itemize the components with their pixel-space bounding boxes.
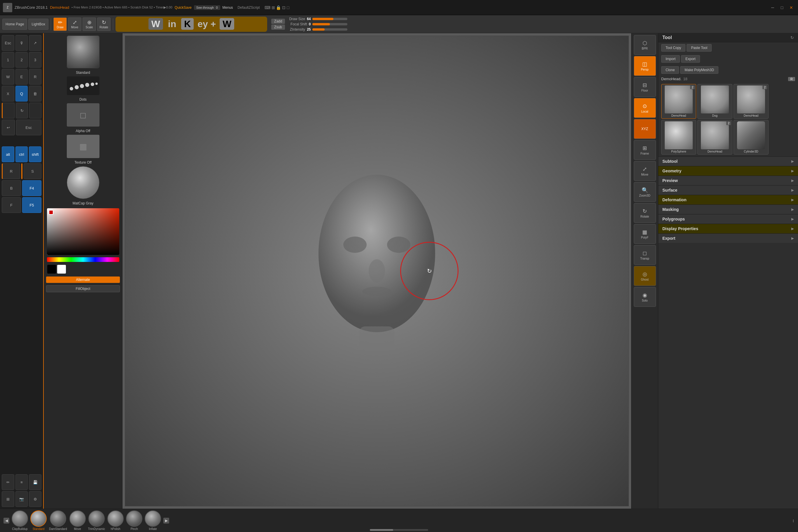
tool-refresh-btn[interactable]: ↻ <box>791 35 794 40</box>
zoom3d-btn[interactable]: 🔍 Zoom3D <box>634 182 656 202</box>
key-menu[interactable]: ≡ <box>16 474 28 490</box>
key-3[interactable]: 3 <box>29 52 41 68</box>
key-instagram[interactable]: 📷 <box>16 491 28 507</box>
draw-size-slider[interactable] <box>312 18 347 20</box>
rotate3d-btn[interactable]: ↻ Rotate <box>634 203 656 223</box>
subtool-polysphere[interactable]: PolySphere <box>661 120 696 155</box>
transp-btn[interactable]: ◻ Transp <box>634 245 656 265</box>
rotate-mode-btn[interactable]: ↻ Rotate <box>97 18 111 31</box>
subtool-cylinder[interactable]: Cylinder3D <box>734 120 768 155</box>
key-f4[interactable]: F4 <box>22 180 41 196</box>
key-w[interactable]: W <box>2 69 14 84</box>
swatch-white[interactable] <box>57 265 66 273</box>
alpha-off-preview[interactable]: ◻ <box>67 103 99 127</box>
subtool-demohead-1[interactable]: 2 DemoHead <box>661 84 696 119</box>
lightbox-btn[interactable]: LightBox <box>28 19 49 30</box>
standard-brush-preview[interactable] <box>67 36 99 68</box>
gxyz-btn[interactable]: XYZ <box>634 119 656 139</box>
key-settings[interactable]: ⚙ <box>29 491 41 507</box>
z-intensity-slider[interactable] <box>312 28 347 31</box>
bottom-brush-trimdynamic[interactable]: TrimDynamic <box>88 510 105 531</box>
subtool-section[interactable]: Subtool ▶ <box>658 156 798 166</box>
key-redo[interactable]: ↻ <box>16 103 28 118</box>
matcap-preview[interactable] <box>67 166 99 199</box>
display-properties-section[interactable]: Display Properties ▶ <box>658 224 798 233</box>
paste-tool-btn[interactable]: Paste Tool <box>687 44 712 52</box>
fillobject-btn[interactable]: FillObject <box>46 285 120 292</box>
subtool-dog[interactable]: Dog <box>697 84 733 119</box>
key-esc2[interactable]: Esc <box>16 119 41 135</box>
esc-key[interactable]: Esc <box>2 35 14 51</box>
scroll-right-btn[interactable]: ▶ <box>163 518 169 524</box>
key-f[interactable]: F <box>2 197 21 213</box>
key-draw-small[interactable]: ✏ <box>2 474 14 490</box>
bpr-btn[interactable]: ⬡ BPR <box>634 35 656 55</box>
bottom-scrollbar[interactable] <box>370 529 428 531</box>
move-mode-btn[interactable]: ⤢ Move <box>68 18 81 31</box>
floor-btn[interactable]: ⊟ Floor <box>634 77 656 97</box>
polyf-btn[interactable]: ▦ PolyF <box>634 224 656 244</box>
arrow-key[interactable]: ↗ <box>29 35 41 51</box>
bottom-brush-damstandard[interactable]: DamStandard <box>49 510 67 531</box>
frame-btn[interactable]: ⊞ Frame <box>634 140 656 160</box>
mic-key[interactable]: 🎙 <box>16 35 28 51</box>
close-btn[interactable]: ✕ <box>787 4 795 12</box>
color-picker-area[interactable] <box>47 208 119 255</box>
geometry-section[interactable]: Geometry ▶ <box>658 166 798 176</box>
scroll-left-btn[interactable]: ◀ <box>3 518 10 524</box>
key-undo[interactable]: ↩ <box>2 119 15 135</box>
key-2[interactable]: 2 <box>16 52 28 68</box>
bottom-brush-pinch[interactable]: Pinch <box>126 510 142 531</box>
key-windows[interactable]: ⊞ <box>2 491 14 507</box>
see-through-control[interactable]: See-through 0 <box>194 5 220 10</box>
key-ctrl[interactable]: ctrl <box>16 147 28 162</box>
bottom-brush-inflate[interactable]: Inflate <box>145 510 161 531</box>
preview-section[interactable]: Preview ▶ <box>658 176 798 185</box>
subtool-demohead-2[interactable]: 2 DemoHead <box>734 84 768 119</box>
dots-brush-preview[interactable] <box>67 76 99 95</box>
subtool-demohead-3[interactable]: 2 DemoHead <box>697 120 733 155</box>
menus-btn[interactable]: Menus <box>223 5 233 10</box>
texture-off-preview[interactable]: ▦ <box>67 135 99 158</box>
move-3d-btn[interactable]: ⤢ Move <box>634 161 656 181</box>
bottom-brush-hpolish[interactable]: hPolish <box>107 510 124 531</box>
homepage-btn[interactable]: Home Page <box>2 19 27 30</box>
key-shift[interactable]: shift <box>29 147 41 162</box>
make-polymesh-btn[interactable]: Make PolyMesh3D <box>680 66 718 74</box>
ghost-btn[interactable]: ◎ Ghost <box>634 266 656 286</box>
clone-btn[interactable]: Clone <box>661 66 679 74</box>
key-trash[interactable]: 🗑 <box>29 86 41 101</box>
r-rename-btn[interactable]: R <box>788 77 795 81</box>
zsub-btn[interactable]: Zsub <box>271 24 285 30</box>
hue-slider[interactable] <box>47 257 119 262</box>
quicksave-btn[interactable]: QuickSave <box>175 5 192 10</box>
minimize-btn[interactable]: ─ <box>769 4 776 12</box>
copy-tool-btn[interactable]: Tool Copy <box>661 44 685 52</box>
solo-btn[interactable]: ◉ Solo <box>634 287 656 307</box>
canvas-area[interactable]: ↻ <box>122 33 631 509</box>
swatch-black[interactable] <box>47 265 56 273</box>
alternate-btn[interactable]: Alternate <box>46 277 120 283</box>
key-e[interactable]: E <box>16 69 28 84</box>
persp-btn[interactable]: ◫ Persp <box>634 56 656 76</box>
bottom-brush-move[interactable]: Move <box>70 510 86 531</box>
bottom-brush-standard[interactable]: Standard <box>30 510 47 531</box>
surface-section[interactable]: Surface ▶ <box>658 185 798 195</box>
scale-mode-btn[interactable]: ⊕ Scale <box>82 18 96 31</box>
import-btn[interactable]: Import <box>661 55 680 63</box>
key-r2[interactable]: R <box>2 163 20 179</box>
zadd-btn[interactable]: Zadd <box>271 19 285 24</box>
key-f5[interactable]: F5 <box>22 197 41 213</box>
deformation-section[interactable]: Deformation ▶ <box>658 195 798 205</box>
bottom-brush-claybuildup[interactable]: ClayBuildup <box>12 510 28 531</box>
key-r[interactable]: R <box>29 69 41 84</box>
key-alt[interactable]: alt <box>2 147 14 162</box>
draw-mode-btn[interactable]: ✏ Draw <box>53 18 67 31</box>
masking-section[interactable]: Masking ▶ <box>658 205 798 214</box>
export-section[interactable]: Export ▶ <box>658 233 798 243</box>
local-btn[interactable]: ⊙ Local <box>634 98 656 118</box>
key-q[interactable]: Q <box>16 86 28 101</box>
key-s[interactable]: S <box>24 163 41 179</box>
key-save[interactable]: 💾 <box>29 474 41 490</box>
key-b[interactable]: B <box>2 180 21 196</box>
